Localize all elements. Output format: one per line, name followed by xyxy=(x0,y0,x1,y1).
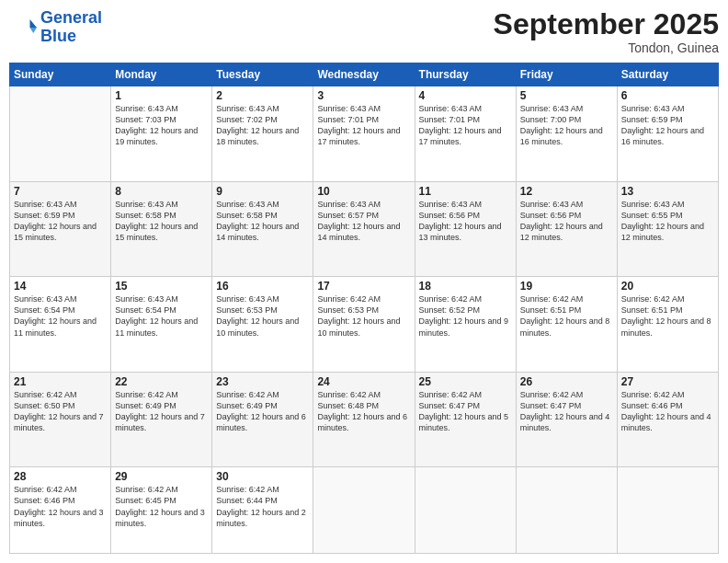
day-number: 6 xyxy=(621,89,714,102)
svg-marker-0 xyxy=(30,19,38,28)
day-info: Sunrise: 6:42 AM Sunset: 6:46 PM Dayligh… xyxy=(621,389,714,434)
day-number: 28 xyxy=(14,470,107,483)
day-number: 12 xyxy=(520,185,613,198)
day-number: 19 xyxy=(520,280,613,293)
day-info: Sunrise: 6:43 AM Sunset: 6:53 PM Dayligh… xyxy=(216,293,309,339)
day-info: Sunrise: 6:43 AM Sunset: 6:58 PM Dayligh… xyxy=(216,199,309,244)
day-info: Sunrise: 6:43 AM Sunset: 7:01 PM Dayligh… xyxy=(419,103,512,148)
day-cell: 10Sunrise: 6:43 AM Sunset: 6:57 PM Dayli… xyxy=(313,181,415,277)
day-number: 11 xyxy=(419,185,512,198)
day-cell: 27Sunrise: 6:42 AM Sunset: 6:46 PM Dayli… xyxy=(617,372,718,467)
header: General Blue September 2025 Tondon, Guin… xyxy=(9,9,719,55)
day-number: 5 xyxy=(520,89,613,102)
day-number: 23 xyxy=(216,375,309,388)
day-info: Sunrise: 6:42 AM Sunset: 6:49 PM Dayligh… xyxy=(115,389,208,434)
col-header-saturday: Saturday xyxy=(617,63,718,86)
day-number: 27 xyxy=(621,375,714,388)
day-info: Sunrise: 6:43 AM Sunset: 7:03 PM Dayligh… xyxy=(115,103,208,148)
title-block: September 2025 Tondon, Guinea xyxy=(494,9,719,55)
day-info: Sunrise: 6:43 AM Sunset: 6:58 PM Dayligh… xyxy=(115,199,208,244)
month-title: September 2025 xyxy=(494,9,719,39)
page: General Blue September 2025 Tondon, Guin… xyxy=(0,0,728,563)
col-header-wednesday: Wednesday xyxy=(313,63,415,86)
day-number: 15 xyxy=(115,280,208,293)
day-cell: 19Sunrise: 6:42 AM Sunset: 6:51 PM Dayli… xyxy=(516,277,617,373)
svg-marker-1 xyxy=(30,28,38,33)
day-cell: 24Sunrise: 6:42 AM Sunset: 6:48 PM Dayli… xyxy=(313,372,415,467)
location: Tondon, Guinea xyxy=(494,40,719,55)
day-cell: 30Sunrise: 6:42 AM Sunset: 6:44 PM Dayli… xyxy=(212,467,313,554)
day-info: Sunrise: 6:42 AM Sunset: 6:50 PM Dayligh… xyxy=(14,389,107,434)
day-cell: 13Sunrise: 6:43 AM Sunset: 6:55 PM Dayli… xyxy=(617,181,718,277)
day-cell: 22Sunrise: 6:42 AM Sunset: 6:49 PM Dayli… xyxy=(111,372,212,467)
day-info: Sunrise: 6:42 AM Sunset: 6:46 PM Dayligh… xyxy=(14,484,107,529)
logo-icon xyxy=(9,14,37,41)
logo-blue: Blue xyxy=(40,27,76,45)
day-cell: 4Sunrise: 6:43 AM Sunset: 7:01 PM Daylig… xyxy=(415,86,516,182)
day-number: 3 xyxy=(317,89,410,102)
day-cell: 9Sunrise: 6:43 AM Sunset: 6:58 PM Daylig… xyxy=(212,181,313,277)
day-number: 1 xyxy=(115,89,208,102)
day-number: 29 xyxy=(115,470,208,483)
day-info: Sunrise: 6:43 AM Sunset: 6:55 PM Dayligh… xyxy=(621,199,714,244)
week-row-0: 1Sunrise: 6:43 AM Sunset: 7:03 PM Daylig… xyxy=(10,86,719,182)
day-info: Sunrise: 6:42 AM Sunset: 6:44 PM Dayligh… xyxy=(216,484,309,529)
col-header-sunday: Sunday xyxy=(10,63,111,86)
day-number: 14 xyxy=(14,280,107,293)
day-number: 4 xyxy=(419,89,512,102)
day-number: 26 xyxy=(520,375,613,388)
week-row-3: 21Sunrise: 6:42 AM Sunset: 6:50 PM Dayli… xyxy=(10,372,719,467)
day-info: Sunrise: 6:43 AM Sunset: 6:59 PM Dayligh… xyxy=(621,103,714,148)
day-cell: 17Sunrise: 6:42 AM Sunset: 6:53 PM Dayli… xyxy=(313,277,415,373)
day-cell: 6Sunrise: 6:43 AM Sunset: 6:59 PM Daylig… xyxy=(617,86,718,182)
day-cell: 1Sunrise: 6:43 AM Sunset: 7:03 PM Daylig… xyxy=(111,86,212,182)
day-cell xyxy=(516,467,617,554)
day-cell: 15Sunrise: 6:43 AM Sunset: 6:54 PM Dayli… xyxy=(111,277,212,373)
day-cell: 25Sunrise: 6:42 AM Sunset: 6:47 PM Dayli… xyxy=(415,372,516,467)
day-cell: 5Sunrise: 6:43 AM Sunset: 7:00 PM Daylig… xyxy=(516,86,617,182)
week-row-2: 14Sunrise: 6:43 AM Sunset: 6:54 PM Dayli… xyxy=(10,277,719,373)
day-info: Sunrise: 6:43 AM Sunset: 6:56 PM Dayligh… xyxy=(520,199,613,244)
day-cell: 3Sunrise: 6:43 AM Sunset: 7:01 PM Daylig… xyxy=(313,86,415,182)
day-cell xyxy=(415,467,516,554)
day-number: 10 xyxy=(317,185,410,198)
day-cell: 2Sunrise: 6:43 AM Sunset: 7:02 PM Daylig… xyxy=(212,86,313,182)
day-cell xyxy=(617,467,718,554)
day-number: 2 xyxy=(216,89,309,102)
week-row-1: 7Sunrise: 6:43 AM Sunset: 6:59 PM Daylig… xyxy=(10,181,719,277)
day-info: Sunrise: 6:43 AM Sunset: 6:59 PM Dayligh… xyxy=(14,199,107,244)
calendar-header-row: SundayMondayTuesdayWednesdayThursdayFrid… xyxy=(10,63,719,86)
day-info: Sunrise: 6:42 AM Sunset: 6:51 PM Dayligh… xyxy=(520,293,613,339)
day-cell xyxy=(10,86,111,182)
col-header-monday: Monday xyxy=(111,63,212,86)
day-info: Sunrise: 6:43 AM Sunset: 6:57 PM Dayligh… xyxy=(317,199,410,244)
day-cell: 14Sunrise: 6:43 AM Sunset: 6:54 PM Dayli… xyxy=(10,277,111,373)
day-number: 24 xyxy=(317,375,410,388)
day-info: Sunrise: 6:43 AM Sunset: 7:01 PM Dayligh… xyxy=(317,103,410,148)
day-info: Sunrise: 6:42 AM Sunset: 6:51 PM Dayligh… xyxy=(621,293,714,339)
calendar-table: SundayMondayTuesdayWednesdayThursdayFrid… xyxy=(9,63,719,554)
day-info: Sunrise: 6:42 AM Sunset: 6:47 PM Dayligh… xyxy=(419,389,512,434)
day-number: 21 xyxy=(14,375,107,388)
day-cell: 11Sunrise: 6:43 AM Sunset: 6:56 PM Dayli… xyxy=(415,181,516,277)
col-header-friday: Friday xyxy=(516,63,617,86)
day-info: Sunrise: 6:42 AM Sunset: 6:48 PM Dayligh… xyxy=(317,389,410,434)
day-cell xyxy=(313,467,415,554)
day-cell: 7Sunrise: 6:43 AM Sunset: 6:59 PM Daylig… xyxy=(10,181,111,277)
day-info: Sunrise: 6:43 AM Sunset: 6:56 PM Dayligh… xyxy=(419,199,512,244)
day-number: 13 xyxy=(621,185,714,198)
day-cell: 29Sunrise: 6:42 AM Sunset: 6:45 PM Dayli… xyxy=(111,467,212,554)
day-number: 22 xyxy=(115,375,208,388)
day-cell: 8Sunrise: 6:43 AM Sunset: 6:58 PM Daylig… xyxy=(111,181,212,277)
day-cell: 21Sunrise: 6:42 AM Sunset: 6:50 PM Dayli… xyxy=(10,372,111,467)
day-info: Sunrise: 6:43 AM Sunset: 7:02 PM Dayligh… xyxy=(216,103,309,148)
day-info: Sunrise: 6:43 AM Sunset: 6:54 PM Dayligh… xyxy=(115,293,208,339)
logo-text: General Blue xyxy=(40,9,102,46)
week-row-4: 28Sunrise: 6:42 AM Sunset: 6:46 PM Dayli… xyxy=(10,467,719,554)
day-cell: 18Sunrise: 6:42 AM Sunset: 6:52 PM Dayli… xyxy=(415,277,516,373)
col-header-thursday: Thursday xyxy=(415,63,516,86)
day-cell: 28Sunrise: 6:42 AM Sunset: 6:46 PM Dayli… xyxy=(10,467,111,554)
day-number: 18 xyxy=(419,280,512,293)
day-info: Sunrise: 6:42 AM Sunset: 6:49 PM Dayligh… xyxy=(216,389,309,434)
col-header-tuesday: Tuesday xyxy=(212,63,313,86)
